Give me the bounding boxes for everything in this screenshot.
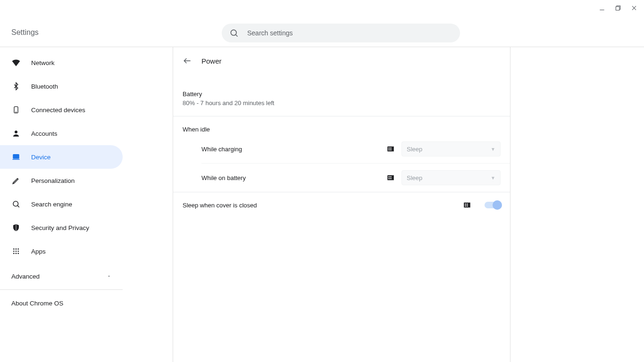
back-button[interactable] xyxy=(183,56,192,66)
sidebar-item-device[interactable]: Device xyxy=(0,145,123,169)
battery-section: Battery 80% - 7 hours and 20 minutes lef… xyxy=(173,74,510,116)
svg-rect-28 xyxy=(390,149,391,150)
svg-point-20 xyxy=(13,253,15,254)
sidebar-item-accounts[interactable]: Accounts xyxy=(0,122,123,145)
svg-point-12 xyxy=(13,201,18,206)
sidebar-item-label: Device xyxy=(31,154,50,161)
while-on-battery-select[interactable]: Sleep ▼ xyxy=(401,170,501,185)
svg-rect-26 xyxy=(390,148,391,148)
sidebar-item-bluetooth[interactable]: Bluetooth xyxy=(0,74,123,98)
pencil-icon xyxy=(11,176,21,185)
sidebar-item-label: Apps xyxy=(31,248,46,255)
search-bar[interactable] xyxy=(222,24,460,42)
sidebar-item-connected-devices[interactable]: Connected devices xyxy=(0,98,123,122)
advanced-label: Advanced xyxy=(11,273,40,280)
svg-point-18 xyxy=(16,251,17,252)
policy-icon xyxy=(386,173,395,182)
svg-rect-25 xyxy=(389,148,390,148)
phone-icon xyxy=(11,105,21,115)
bluetooth-icon xyxy=(11,82,21,91)
shield-icon xyxy=(11,223,21,232)
policy-icon xyxy=(386,145,395,153)
dropdown-arrow-icon: ▼ xyxy=(491,147,495,152)
app-title: Settings xyxy=(11,28,39,37)
when-idle-title: When idle xyxy=(173,116,510,135)
svg-rect-36 xyxy=(467,204,468,205)
svg-point-14 xyxy=(13,248,15,250)
sidebar-item-label: Bluetooth xyxy=(31,83,58,90)
svg-point-16 xyxy=(17,248,19,250)
search-input[interactable] xyxy=(246,29,452,37)
svg-rect-35 xyxy=(465,204,466,205)
about-label: About Chrome OS xyxy=(11,300,63,307)
wifi-icon xyxy=(11,58,21,67)
select-value: Sleep xyxy=(407,146,422,153)
laptop-icon xyxy=(11,152,21,162)
sidebar-item-label: Security and Privacy xyxy=(31,224,89,231)
svg-rect-37 xyxy=(465,206,466,206)
battery-label: Battery xyxy=(183,90,501,98)
page-header: Power xyxy=(173,47,510,74)
svg-rect-38 xyxy=(467,206,468,206)
svg-point-21 xyxy=(16,253,17,254)
while-charging-select[interactable]: Sleep ▼ xyxy=(401,141,501,156)
sleep-cover-label: Sleep when cover is closed xyxy=(183,202,257,209)
row-while-charging: While charging Sleep ▼ xyxy=(173,135,510,163)
sidebar-item-search-engine[interactable]: Search engine xyxy=(0,192,123,216)
sidebar-item-label: Connected devices xyxy=(31,107,85,114)
svg-rect-27 xyxy=(389,149,390,150)
battery-status: 80% - 7 hours and 20 minutes left xyxy=(183,99,501,107)
policy-icon xyxy=(463,201,471,209)
sidebar-item-security[interactable]: Security and Privacy xyxy=(0,216,123,239)
sidebar-item-label: Personalization xyxy=(31,177,75,184)
search-engine-icon xyxy=(11,199,21,209)
while-on-battery-label: While on battery xyxy=(201,174,246,181)
row-while-on-battery: While on battery Sleep ▼ xyxy=(201,163,510,192)
dropdown-arrow-icon: ▼ xyxy=(491,175,495,181)
sidebar-item-personalization[interactable]: Personalization xyxy=(0,169,123,192)
sidebar-item-label: Network xyxy=(31,59,55,66)
page-title: Power xyxy=(201,57,222,65)
svg-rect-34 xyxy=(464,203,470,208)
content-card: Power Battery 80% - 7 hours and 20 minut… xyxy=(173,47,510,362)
row-sleep-cover-closed: Sleep when cover is closed xyxy=(173,192,510,218)
while-charging-label: While charging xyxy=(201,146,242,153)
main-column: Power Battery 80% - 7 hours and 20 minut… xyxy=(123,47,644,362)
svg-point-22 xyxy=(17,253,19,254)
search-icon xyxy=(229,28,239,38)
when-idle-section: When idle While charging Sleep ▼ While o… xyxy=(173,116,510,192)
svg-rect-24 xyxy=(387,147,394,152)
svg-rect-30 xyxy=(389,176,390,177)
svg-line-13 xyxy=(17,206,19,207)
sidebar-item-network[interactable]: Network xyxy=(0,51,123,74)
svg-point-17 xyxy=(13,251,15,252)
sidebar-item-label: Search engine xyxy=(31,201,72,208)
sleep-cover-toggle[interactable] xyxy=(485,202,501,208)
sidebar-item-label: Accounts xyxy=(31,130,58,137)
svg-rect-29 xyxy=(387,175,394,181)
svg-point-9 xyxy=(15,131,17,133)
svg-line-6 xyxy=(236,35,238,37)
apps-grid-icon xyxy=(11,247,21,256)
svg-point-5 xyxy=(231,30,236,35)
sidebar: Network Bluetooth Connected devices Acco… xyxy=(0,47,123,362)
svg-rect-33 xyxy=(390,178,391,179)
svg-rect-31 xyxy=(390,176,391,177)
sidebar-about[interactable]: About Chrome OS xyxy=(0,290,123,316)
svg-point-15 xyxy=(16,248,17,250)
sidebar-advanced[interactable]: Advanced xyxy=(0,263,123,289)
person-icon xyxy=(11,129,21,138)
topbar: Settings xyxy=(0,0,644,47)
svg-rect-10 xyxy=(13,155,19,158)
sidebar-item-apps[interactable]: Apps xyxy=(0,239,123,263)
svg-rect-32 xyxy=(389,178,390,179)
select-value: Sleep xyxy=(407,174,422,181)
chevron-down-icon xyxy=(107,274,111,279)
svg-point-19 xyxy=(17,251,19,252)
